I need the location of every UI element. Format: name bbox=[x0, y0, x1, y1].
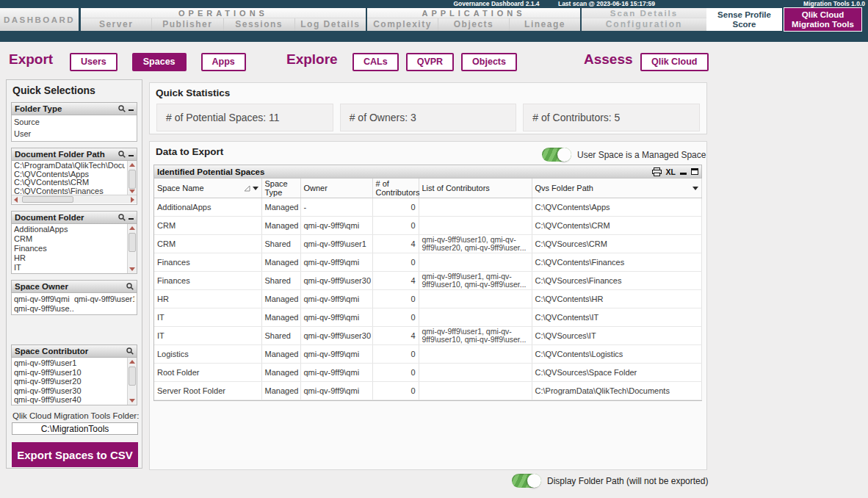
column-header-space-name[interactable]: Space Name bbox=[154, 178, 261, 198]
list-item[interactable]: C:\QVContents\CRM bbox=[14, 178, 125, 187]
list-item[interactable]: Source bbox=[14, 116, 134, 128]
qlik-cloud-button[interactable]: Qlik Cloud bbox=[640, 53, 709, 71]
list-item[interactable]: qmi-qv-9ff9\user1 bbox=[14, 358, 125, 368]
table-row[interactable]: LogisticsManagedqmi-qv-9ff9\qmi0C:\QVCon… bbox=[154, 345, 701, 364]
cals-button[interactable]: CALs bbox=[352, 53, 399, 71]
table-row[interactable]: CRMManagedqmi-qv-9ff9\qmi0C:\QVContents\… bbox=[154, 217, 701, 235]
listbox-header: Space Contributor bbox=[11, 344, 137, 358]
tab-sessions[interactable]: Sessions bbox=[223, 18, 294, 31]
table-row[interactable]: FinancesSharedqmi-qv-9ff9\user304qmi-qv-… bbox=[154, 272, 701, 290]
cell-space-name: Finances bbox=[154, 253, 261, 272]
minimize-icon[interactable] bbox=[129, 109, 134, 111]
managed-space-toggle[interactable] bbox=[542, 148, 571, 162]
minimize-icon[interactable] bbox=[680, 173, 687, 175]
apps-button[interactable]: Apps bbox=[201, 53, 246, 71]
column-header-list-of-contributors[interactable]: List of Contributors bbox=[419, 178, 532, 198]
list-item[interactable]: C:\ProgramData\QlikTech\Docum bbox=[14, 162, 125, 170]
users-button[interactable]: Users bbox=[70, 53, 117, 71]
list-item[interactable]: CRM bbox=[14, 234, 125, 244]
tab-complexity[interactable]: Complexity bbox=[367, 18, 438, 31]
list-item[interactable]: qmi-qv-9ff9\qmi bbox=[14, 294, 74, 303]
cell-list-of-contributors: qmi-qv-9ff9\user1, qmi-qv-9ff9\user10, q… bbox=[419, 272, 532, 290]
vertical-scrollbar[interactable] bbox=[127, 358, 137, 405]
list-item[interactable]: C:\QVContents\Finances bbox=[14, 187, 125, 195]
table-row[interactable]: Server Root FolderManagedqmi-qv-9ff9\qmi… bbox=[154, 382, 701, 400]
tab-publisher[interactable]: Publisher bbox=[151, 18, 223, 31]
display-folder-path-toggle[interactable] bbox=[512, 474, 541, 488]
cell-space-type: Shared bbox=[261, 235, 300, 253]
migration-folder-input[interactable] bbox=[12, 422, 138, 435]
table-row[interactable]: AdditionalAppsManaged-0C:\QVContents\App… bbox=[154, 198, 701, 217]
excel-export-icon[interactable]: XL bbox=[666, 168, 676, 176]
cell-space-type: Managed bbox=[261, 345, 300, 364]
explore-heading: Explore bbox=[286, 51, 338, 68]
cell-of-contributors: 0 bbox=[372, 382, 419, 400]
listbox-space-contributor: Space Contributorqmi-qv-9ff9\user1qmi-qv… bbox=[11, 344, 137, 405]
table-row[interactable]: ITManagedqmi-qv-9ff9\qmi0C:\QVContents\I… bbox=[154, 308, 701, 327]
listbox-title: Space Contributor bbox=[15, 347, 126, 356]
cell-of-contributors: 0 bbox=[372, 290, 419, 308]
list-item[interactable]: User bbox=[14, 128, 134, 140]
list-item[interactable]: C:\QVContents\Apps bbox=[14, 170, 125, 179]
list-item[interactable]: qmi-qv-9ff9\user20 bbox=[14, 377, 125, 386]
list-item[interactable]: AdditionalApps bbox=[14, 225, 125, 234]
table-row[interactable]: Root FolderManagedqmi-qv-9ff9\qmi0C:\QVS… bbox=[154, 364, 701, 382]
minimize-icon[interactable] bbox=[129, 218, 134, 220]
listbox-body: SourceUser bbox=[11, 115, 137, 142]
search-icon[interactable] bbox=[126, 347, 134, 355]
qvpr-button[interactable]: QVPR bbox=[406, 53, 454, 71]
column-header-qvs-folder-path[interactable]: Qvs Folder Path bbox=[532, 178, 701, 198]
vertical-scrollbar[interactable] bbox=[127, 161, 137, 195]
objects-button[interactable]: Objects bbox=[461, 53, 517, 71]
listbox-title: Space Owner bbox=[15, 282, 126, 291]
search-icon[interactable] bbox=[118, 214, 126, 221]
subtab-row: ComplexityObjectsLineage bbox=[367, 18, 580, 31]
maximize-icon[interactable] bbox=[691, 168, 698, 175]
table-row[interactable]: CRMSharedqmi-qv-9ff9\user14qmi-qv-9ff9\u… bbox=[154, 235, 701, 253]
tab-qlik-cloud-migration-tools[interactable]: Qlik Cloud Migration Tools bbox=[784, 7, 862, 32]
search-icon[interactable] bbox=[126, 283, 134, 290]
column-menu-icon[interactable] bbox=[692, 187, 698, 190]
export-spaces-to-csv-button[interactable]: Export Spaces to CSV bbox=[12, 442, 138, 467]
qlik-governance-dashboard: Governance Dashboard 2.1.4 Last scan @ 2… bbox=[0, 0, 868, 498]
list-item[interactable]: Finances bbox=[14, 244, 125, 253]
tab-sense-profile-score[interactable]: Sense Profile Score bbox=[706, 8, 782, 31]
vertical-scrollbar[interactable] bbox=[127, 224, 137, 273]
tab-dashboard[interactable]: DASHBOARD bbox=[0, 8, 79, 31]
column-menu-icon[interactable] bbox=[253, 187, 258, 190]
list-item[interactable]: HR bbox=[14, 253, 125, 263]
tab-configuration[interactable]: Configuration bbox=[582, 18, 706, 31]
column-header-owner[interactable]: Owner bbox=[300, 178, 372, 198]
tab-log-details[interactable]: Log Details bbox=[294, 18, 366, 31]
minimize-icon[interactable] bbox=[129, 155, 134, 156]
list-item[interactable]: qmi-qv-9ff9\user30 bbox=[14, 386, 125, 396]
print-icon[interactable] bbox=[652, 167, 662, 176]
spaces-button[interactable]: Spaces bbox=[132, 53, 187, 71]
cell-owner: qmi-qv-9ff9\user30 bbox=[300, 327, 372, 345]
tab-scan-details[interactable]: Scan Details bbox=[582, 8, 706, 18]
listbox-space-owner: Space Ownerqmi-qv-9ff9\qmiqmi-qv-9ff9\us… bbox=[11, 280, 137, 315]
list-item[interactable]: qmi-qv-9ff9\user40 bbox=[14, 395, 125, 404]
list-item[interactable]: IT bbox=[14, 263, 125, 273]
tab-lineage[interactable]: Lineage bbox=[509, 18, 580, 31]
column-header-space-type[interactable]: Space Type bbox=[261, 178, 300, 198]
listbox-icons bbox=[118, 105, 134, 112]
search-icon[interactable] bbox=[118, 105, 126, 112]
list-item[interactable]: qmi-qv-9ff9\user10 bbox=[14, 368, 125, 378]
cell-list-of-contributors: qmi-qv-9ff9\user10, qmi-qv-9ff9\user20, … bbox=[419, 235, 532, 253]
cell-of-contributors: 0 bbox=[372, 198, 419, 217]
list-item[interactable]: qmi-qv-9ff9\use... bbox=[14, 303, 74, 313]
search-icon[interactable] bbox=[118, 151, 126, 158]
table-row[interactable]: HRManagedqmi-qv-9ff9\qmi0C:\QVContents\H… bbox=[154, 290, 701, 308]
horizontal-scrollbar[interactable] bbox=[12, 195, 137, 203]
listbox-header: Folder Type bbox=[11, 102, 137, 115]
table-row[interactable]: FinancesManagedqmi-qv-9ff9\qmi0C:\QVCont… bbox=[154, 253, 701, 272]
column-header-of-contributors[interactable]: # of Contributors bbox=[372, 178, 419, 198]
tab-server[interactable]: Server bbox=[81, 18, 151, 31]
cell-owner: qmi-qv-9ff9\user30 bbox=[300, 272, 372, 290]
list-item[interactable]: qmi-qv-9ff9\user1 bbox=[74, 294, 134, 303]
table-row[interactable]: ITSharedqmi-qv-9ff9\user304qmi-qv-9ff9\u… bbox=[154, 327, 701, 345]
tab-objects[interactable]: Objects bbox=[438, 18, 509, 31]
cell-qvs-folder-path: C:\QVContents\CRM bbox=[532, 217, 701, 235]
cell-space-name: Server Root Folder bbox=[154, 382, 261, 400]
